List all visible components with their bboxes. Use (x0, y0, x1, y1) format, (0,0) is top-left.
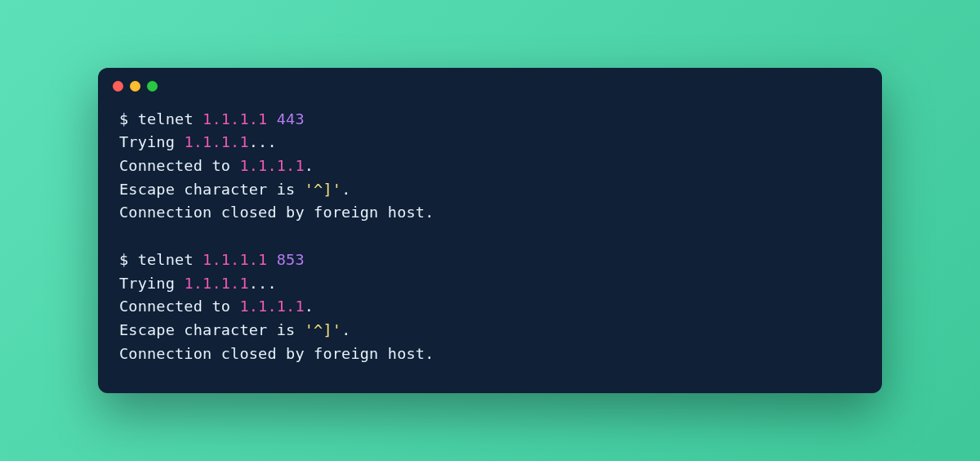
output-text: ... (249, 275, 277, 292)
terminal-content[interactable]: $ telnet 1.1.1.1 443 Trying 1.1.1.1... C… (98, 96, 882, 393)
ip-address: 1.1.1.1 (184, 275, 248, 292)
output-text: . (341, 321, 350, 338)
port-number: 443 (277, 110, 305, 128)
command-line: $ telnet 1.1.1.1 443 (119, 108, 861, 132)
window-titlebar (98, 68, 882, 96)
output-text: . (305, 157, 314, 174)
port-number: 853 (277, 251, 305, 268)
command-text: telnet (138, 110, 194, 128)
close-icon[interactable] (113, 81, 123, 92)
ip-address: 1.1.1.1 (239, 298, 304, 315)
escape-char: '^]' (305, 321, 341, 338)
escape-char: '^]' (305, 181, 341, 198)
output-line: Escape character is '^]'. (119, 319, 861, 342)
output-text: . (305, 298, 314, 315)
output-text: . (341, 181, 350, 198)
output-text: Escape character is (119, 181, 305, 198)
output-line: Connected to 1.1.1.1. (119, 154, 861, 178)
minimize-icon[interactable] (130, 81, 140, 92)
output-text: Connected to (119, 298, 239, 315)
output-text: Escape character is (119, 321, 305, 338)
output-text: Connected to (119, 157, 239, 174)
output-line: Connection closed by foreign host. (119, 342, 861, 366)
output-text: Connection closed by foreign host. (119, 345, 434, 362)
output-line: Trying 1.1.1.1... (119, 131, 861, 154)
prompt: $ (119, 251, 138, 268)
output-text: Trying (119, 275, 184, 292)
ip-address: 1.1.1.1 (239, 157, 304, 174)
output-text: Connection closed by foreign host. (119, 204, 434, 221)
output-text: ... (249, 133, 277, 150)
output-line: Escape character is '^]'. (119, 178, 861, 202)
output-line: Connection closed by foreign host. (119, 201, 861, 225)
prompt: $ (119, 110, 138, 128)
output-line: Connected to 1.1.1.1. (119, 295, 861, 319)
zoom-icon[interactable] (147, 81, 158, 92)
command-text: telnet (138, 251, 194, 268)
terminal-window: $ telnet 1.1.1.1 443 Trying 1.1.1.1... C… (98, 68, 882, 393)
output-line: Trying 1.1.1.1... (119, 272, 861, 296)
ip-address: 1.1.1.1 (203, 251, 267, 268)
output-text: Trying (119, 133, 184, 150)
blank-line (119, 225, 861, 248)
ip-address: 1.1.1.1 (184, 133, 248, 150)
command-line: $ telnet 1.1.1.1 853 (119, 248, 861, 272)
ip-address: 1.1.1.1 (203, 110, 267, 128)
